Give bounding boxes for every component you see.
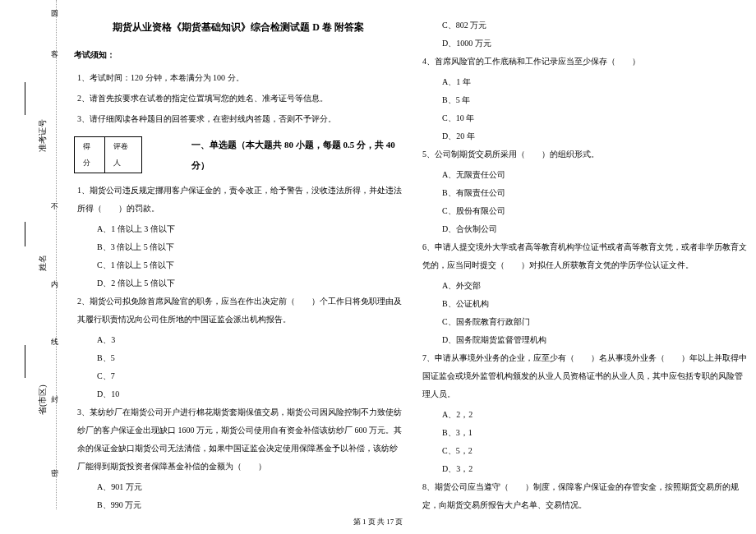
q2-option-b: B、5 bbox=[74, 349, 403, 367]
notice-item-2: 2、请首先按要求在试卷的指定位置填写您的姓名、准考证号等信息。 bbox=[74, 90, 403, 108]
notice-header: 考试须知： bbox=[74, 46, 403, 64]
margin-char-inner: 内 bbox=[51, 279, 58, 290]
admission-number-label: 准考证号 bbox=[37, 119, 48, 152]
q6-option-c: C、国务院教育行政部门 bbox=[419, 313, 748, 331]
q3-option-d: D、1000 万元 bbox=[419, 35, 748, 53]
margin-char-guest: 客 bbox=[51, 49, 58, 60]
province-label: 省(市区) bbox=[37, 384, 48, 415]
notice-item-3: 3、请仔细阅读各种题目的回答要求，在密封线内答题，否则不予评分。 bbox=[74, 110, 403, 128]
q7-option-a: A、2，2 bbox=[419, 406, 748, 424]
question-5: 5、公司制期货交易所采用（ ）的组织形式。 bbox=[419, 145, 748, 163]
q6-option-b: B、公证机构 bbox=[419, 295, 748, 313]
q3-option-c: C、802 万元 bbox=[419, 16, 748, 35]
binding-margin: 圆 客 准考证号 不 姓名 内 线 省(市区) 封 密 bbox=[0, 0, 66, 509]
question-2: 2、期货公司拟免除首席风险官的职务，应当在作出决定前（ ）个工作日将免职理由及其… bbox=[74, 292, 403, 329]
left-column: 期货从业资格《期货基础知识》综合检测试题 D 卷 附答案 考试须知： 1、考试时… bbox=[74, 16, 403, 517]
score-table: 得分 评卷人 bbox=[74, 136, 142, 174]
underline-1 bbox=[25, 82, 25, 115]
page-footer: 第 1 页 共 17 页 bbox=[0, 517, 756, 527]
q5-option-c: C、股份有限公司 bbox=[419, 202, 748, 220]
q7-option-b: B、3，1 bbox=[419, 424, 748, 442]
dotted-binding-line bbox=[56, 0, 57, 509]
q5-option-b: B、有限责任公司 bbox=[419, 184, 748, 202]
margin-char-not: 不 bbox=[51, 201, 58, 212]
score-row: 得分 评卷人 一、单选题（本大题共 80 小题，每题 0.5 分，共 40 分） bbox=[74, 135, 403, 174]
q3-option-b: B、990 万元 bbox=[74, 496, 403, 514]
underline-2 bbox=[25, 222, 25, 246]
q6-option-a: A、外交部 bbox=[419, 277, 748, 295]
question-7: 7、申请从事境外业务的企业，应至少有（ ）名从事境外业务（ ）年以上并取得中国证… bbox=[419, 349, 748, 403]
q1-option-b: B、3 倍以上 5 倍以下 bbox=[74, 238, 403, 256]
q1-option-d: D、2 倍以上 5 倍以下 bbox=[74, 274, 403, 292]
q7-option-d: D、3，2 bbox=[419, 460, 748, 478]
underline-3 bbox=[25, 345, 25, 378]
section-1-title: 一、单选题（本大题共 80 小题，每题 0.5 分，共 40 分） bbox=[191, 135, 403, 174]
q7-option-c: C、5，2 bbox=[419, 442, 748, 460]
q5-option-d: D、合伙制公司 bbox=[419, 220, 748, 238]
score-cell-score: 得分 bbox=[75, 137, 105, 173]
q1-option-a: A、1 倍以上 3 倍以下 bbox=[74, 220, 403, 238]
q5-option-a: A、无限责任公司 bbox=[419, 166, 748, 184]
q2-option-c: C、7 bbox=[74, 367, 403, 385]
q4-option-d: D、20 年 bbox=[419, 127, 748, 145]
q4-option-a: A、1 年 bbox=[419, 73, 748, 91]
name-label: 姓名 bbox=[37, 255, 48, 271]
q3-option-a: A、901 万元 bbox=[74, 478, 403, 496]
margin-char-seal: 封 bbox=[51, 394, 58, 405]
notice-item-1: 1、考试时间：120 分钟，本卷满分为 100 分。 bbox=[74, 69, 403, 87]
q2-option-a: A、3 bbox=[74, 331, 403, 349]
score-cell-grader: 评卷人 bbox=[105, 137, 141, 173]
q6-option-d: D、国务院期货监督管理机构 bbox=[419, 331, 748, 349]
margin-char-secret: 密 bbox=[51, 468, 58, 479]
q1-option-c: C、1 倍以上 5 倍以下 bbox=[74, 256, 403, 274]
question-4: 4、首席风险官的工作底稿和工作记录应当至少保存（ ） bbox=[419, 53, 748, 71]
margin-char-circle: 圆 bbox=[51, 8, 58, 19]
margin-char-line: 线 bbox=[51, 337, 58, 348]
q4-option-b: B、5 年 bbox=[419, 91, 748, 109]
document-title: 期货从业资格《期货基础知识》综合检测试题 D 卷 附答案 bbox=[74, 16, 403, 38]
main-content: 期货从业资格《期货基础知识》综合检测试题 D 卷 附答案 考试须知： 1、考试时… bbox=[74, 16, 748, 517]
question-8: 8、期货公司应当遵守（ ）制度，保障客户保证金的存管安全，按照期货交易所的规定，… bbox=[419, 478, 748, 514]
question-1: 1、期货公司违反规定挪用客户保证金的，责令改正，给予警告，没收违法所得，并处违法… bbox=[74, 182, 403, 218]
question-6: 6、申请人提交境外大学或者高等教育机构学位证书或者高等教育文凭，或者非学历教育文… bbox=[419, 238, 748, 274]
right-column: C、802 万元 D、1000 万元 4、首席风险官的工作底稿和工作记录应当至少… bbox=[419, 16, 748, 517]
question-3: 3、某纺纱厂在期货公司开户进行棉花期货套期保值交易，期货公司因风险控制不力致使纺… bbox=[74, 403, 403, 476]
q4-option-c: C、10 年 bbox=[419, 109, 748, 127]
q2-option-d: D、10 bbox=[74, 385, 403, 403]
